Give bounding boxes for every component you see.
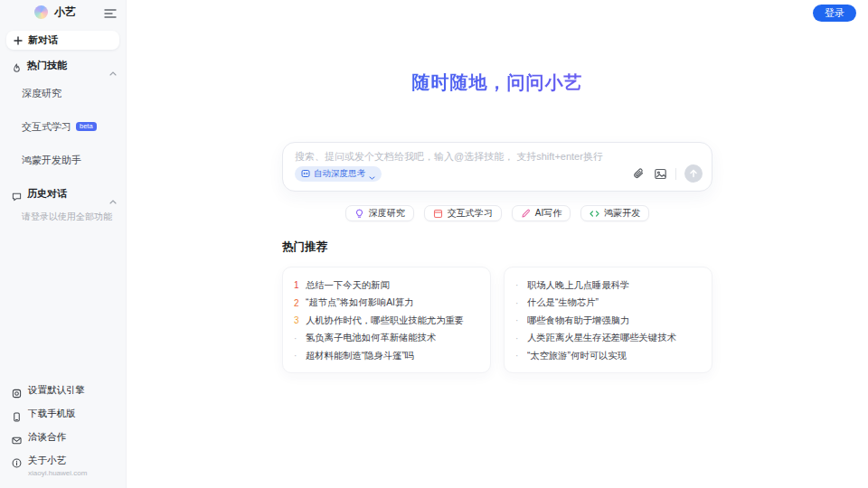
item-label: 鸿蒙开发助手 xyxy=(22,154,81,167)
new-chat-button[interactable]: 新对话 xyxy=(6,31,119,50)
item-text: 人机协作时代，哪些职业技能尤为重要 xyxy=(306,314,464,327)
app-name: 小艺 xyxy=(54,5,76,20)
footer-item-about[interactable]: 关于小艺 xiaoyi.huawei.com xyxy=(0,449,126,483)
skill-chips-row: 深度研究 交互式学习 AI写作 鸿蒙开发 xyxy=(127,205,868,221)
bullet-marker: · xyxy=(294,351,306,361)
footer-item-download-app[interactable]: 下载手机版 xyxy=(0,402,126,426)
chip-harmonyos-dev[interactable]: 鸿蒙开发 xyxy=(580,205,649,221)
search-box[interactable]: 自动深度思考 xyxy=(282,142,712,192)
sidebar-item-interactive-learning[interactable]: 交互式学习 beta xyxy=(0,116,126,137)
item-text: 职场人晚上几点睡最科学 xyxy=(527,279,629,292)
bullet-marker: · xyxy=(515,333,527,343)
main-area: 随时随地，问问小艺 自动深度思考 xyxy=(127,0,868,488)
bullet-marker: · xyxy=(294,333,306,343)
code-icon xyxy=(590,209,599,219)
app-logo-icon xyxy=(34,5,48,19)
item-text: 超材料能制造“隐身斗篷”吗 xyxy=(306,350,414,362)
lightbulb-icon xyxy=(354,209,364,219)
divider xyxy=(675,168,676,180)
section-hot-skills[interactable]: 热门技能 xyxy=(0,55,126,75)
send-button[interactable] xyxy=(684,164,703,183)
hot-recommend-section: 热门推荐 1 总结一下今天的新闻 2 “超节点”将如何影响AI算力 3 人机协作… xyxy=(282,239,712,373)
list-item[interactable]: · 什么是“生物芯片” xyxy=(515,295,701,313)
chip-ai-writing[interactable]: AI写作 xyxy=(512,205,571,221)
item-text: “太空旅游”何时可以实现 xyxy=(527,350,627,362)
search-input[interactable] xyxy=(295,151,703,162)
hot-skills-label: 热门技能 xyxy=(27,59,109,72)
book-icon xyxy=(433,209,443,219)
new-chat-label: 新对话 xyxy=(28,33,58,47)
chip-label: 交互式学习 xyxy=(448,207,493,220)
item-text: 哪些食物有助于增强脑力 xyxy=(527,314,629,327)
pencil-icon xyxy=(521,209,531,219)
plus-icon xyxy=(14,36,23,45)
deep-think-mode-chip[interactable]: 自动深度思考 xyxy=(295,166,382,182)
rank-marker: 2 xyxy=(294,298,306,308)
list-item[interactable]: 2 “超节点”将如何影响AI算力 xyxy=(294,295,479,313)
attachment-icon[interactable] xyxy=(632,167,646,181)
footer-label: 洽谈合作 xyxy=(28,431,66,444)
chevron-up-icon xyxy=(109,63,117,68)
engine-icon xyxy=(12,386,22,396)
footer-label: 设置默认引擎 xyxy=(28,384,85,397)
chevron-up-icon xyxy=(109,192,117,196)
chip-label: AI写作 xyxy=(535,207,561,220)
input-actions xyxy=(632,164,703,183)
chip-label: 鸿蒙开发 xyxy=(604,207,640,220)
item-label: 深度研究 xyxy=(22,87,61,100)
rank-marker: 3 xyxy=(294,315,306,325)
chip-label: 深度研究 xyxy=(369,207,405,220)
history-label: 历史对话 xyxy=(27,187,109,201)
page-title: 随时随地，问问小艺 xyxy=(127,70,868,95)
item-text: 什么是“生物芯片” xyxy=(527,296,599,309)
item-text: “超节点”将如何影响AI算力 xyxy=(306,296,414,309)
list-item[interactable]: · 职场人晚上几点睡最科学 xyxy=(515,277,701,295)
sidebar-header: 小艺 xyxy=(0,0,126,23)
recommend-card-right: · 职场人晚上几点睡最科学 · 什么是“生物芯片” · 哪些食物有助于增强脑力 … xyxy=(504,267,712,373)
item-text: 氢负离子电池如何革新储能技术 xyxy=(306,332,436,344)
bullet-marker: · xyxy=(515,298,527,308)
footer-label: 关于小艺 xyxy=(28,455,87,467)
sidebar-footer: 设置默认引擎 下载手机版 洽谈合作 xyxy=(0,379,126,483)
hot-recommend-title: 热门推荐 xyxy=(282,239,712,255)
beta-badge: beta xyxy=(76,122,97,131)
flame-icon xyxy=(12,61,22,70)
list-item[interactable]: 3 人机协作时代，哪些职业技能尤为重要 xyxy=(294,312,479,330)
list-item[interactable]: · “太空旅游”何时可以实现 xyxy=(515,347,701,365)
info-icon xyxy=(12,455,22,465)
login-button[interactable]: 登录 xyxy=(813,5,856,22)
chevron-down-icon xyxy=(369,172,375,175)
chat-bubble-icon xyxy=(12,189,22,199)
deep-think-label: 自动深度思考 xyxy=(314,168,365,180)
list-item[interactable]: · 氢负离子电池如何革新储能技术 xyxy=(294,330,479,348)
footer-item-default-engine[interactable]: 设置默认引擎 xyxy=(0,379,126,402)
skill-list: 深度研究 交互式学习 beta 鸿蒙开发助手 xyxy=(0,82,126,171)
list-item[interactable]: · 人类距离火星生存还差哪些关键技术 xyxy=(515,330,701,348)
history-login-note: 请登录以使用全部功能 xyxy=(0,211,126,223)
sidebar: 小艺 新对话 热门技能 深度研究 交互式学习 xyxy=(0,0,127,488)
sidebar-item-deep-research[interactable]: 深度研究 xyxy=(0,82,126,104)
sidebar-item-harmonyos-assistant[interactable]: 鸿蒙开发助手 xyxy=(0,149,126,171)
image-upload-icon[interactable] xyxy=(654,167,667,181)
item-text: 总结一下今天的新闻 xyxy=(306,279,390,292)
list-item[interactable]: · 超材料能制造“隐身斗篷”吗 xyxy=(294,347,479,365)
footer-item-cooperation[interactable]: 洽谈合作 xyxy=(0,426,126,449)
footer-label: 下载手机版 xyxy=(28,408,76,420)
mail-icon xyxy=(12,433,22,443)
chip-deep-research[interactable]: 深度研究 xyxy=(345,205,414,221)
rank-marker: 1 xyxy=(294,280,306,290)
list-item[interactable]: 1 总结一下今天的新闻 xyxy=(294,277,479,295)
item-label: 交互式学习 xyxy=(22,120,71,134)
bullet-marker: · xyxy=(515,351,527,361)
section-history[interactable]: 历史对话 xyxy=(0,183,126,203)
list-item[interactable]: · 哪些食物有助于增强脑力 xyxy=(515,312,701,330)
bullet-marker: · xyxy=(515,280,527,290)
phone-icon xyxy=(12,409,22,419)
about-url: xiaoyi.huawei.com xyxy=(28,469,87,477)
chip-interactive-learning[interactable]: 交互式学习 xyxy=(424,205,502,221)
sidebar-collapse-icon[interactable] xyxy=(104,6,117,17)
bullet-marker: · xyxy=(515,315,527,325)
recommend-card-left: 1 总结一下今天的新闻 2 “超节点”将如何影响AI算力 3 人机协作时代，哪些… xyxy=(282,267,491,373)
deep-think-icon xyxy=(301,169,310,178)
search-toolbar: 自动深度思考 xyxy=(295,164,703,183)
